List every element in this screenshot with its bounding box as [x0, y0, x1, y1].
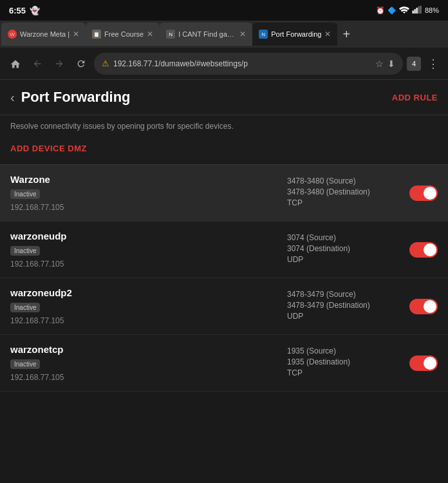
toggle-slider	[409, 242, 438, 258]
warzone-tab-icon: W	[8, 30, 17, 39]
wifi-icon	[399, 6, 409, 15]
snapchat-icon: 👻	[30, 6, 40, 15]
rule-ports: 3074 (Source) 3074 (Destination) UDP	[287, 233, 403, 266]
rule-list: Warzone Inactive 192.168.77.105 3478-348…	[0, 165, 448, 392]
svg-rect-4	[420, 6, 421, 14]
home-button[interactable]	[6, 55, 24, 73]
protocol: TCP	[287, 198, 403, 207]
warning-icon: ⚠	[102, 59, 109, 68]
rule-ip: 192.168.77.105	[10, 373, 281, 382]
alarm-icon: ⏰	[376, 6, 385, 15]
dmz-section: ADD DEVICE DMZ	[0, 140, 448, 164]
status-time: 6:55	[9, 6, 26, 15]
rule-toggle[interactable]	[409, 185, 438, 201]
protocol: UDP	[287, 312, 403, 321]
source-ports: 3478-3480 (Source)	[287, 176, 403, 185]
status-left: 6:55 👻	[9, 6, 40, 15]
rule-item[interactable]: warzonetcp Inactive 192.168.77.105 1935 …	[0, 335, 448, 392]
tab-label: Warzone Meta |	[20, 30, 70, 38]
protocol: UDP	[287, 255, 403, 264]
status-bar: 6:55 👻 ⏰ 🔷 88%	[0, 0, 448, 21]
toggle-slider	[409, 355, 438, 371]
rule-badge: Inactive	[10, 303, 40, 312]
rule-ip: 192.168.77.105	[10, 203, 281, 212]
tab-label: Free Course	[104, 30, 144, 38]
rule-ports: 3478-3479 (Source) 3478-3479 (Destinatio…	[287, 290, 403, 323]
forward-button[interactable]	[50, 55, 68, 73]
page-subtitle: Resolve connectivity issues by opening p…	[0, 115, 448, 140]
rule-ip: 192.168.77.105	[10, 316, 281, 325]
dest-ports: 3478-3480 (Destination)	[287, 187, 403, 196]
page-title: Port Forwarding	[21, 89, 131, 106]
source-ports: 1935 (Source)	[287, 346, 403, 355]
rule-toggle[interactable]	[409, 242, 438, 258]
svg-rect-3	[418, 6, 419, 14]
url-text: 192.168.77.1/dumaweb/#websettings/p	[113, 59, 371, 68]
back-arrow-icon[interactable]: ‹	[10, 90, 15, 105]
rule-toggle[interactable]	[409, 299, 438, 314]
tab-close-icon[interactable]: ✕	[147, 30, 153, 39]
url-bar[interactable]: ⚠ 192.168.77.1/dumaweb/#websettings/p ☆ …	[94, 53, 403, 75]
source-ports: 3074 (Source)	[287, 233, 403, 242]
dest-ports: 1935 (Destination)	[287, 357, 403, 366]
subtitle-text: Resolve connectivity issues by opening p…	[10, 122, 234, 131]
rule-item[interactable]: Warzone Inactive 192.168.77.105 3478-348…	[0, 165, 448, 222]
reload-button[interactable]	[72, 55, 90, 73]
rule-name: Warzone	[10, 174, 281, 185]
tab-label: Port Forwarding	[271, 30, 321, 38]
rule-info: Warzone Inactive 192.168.77.105	[10, 174, 281, 212]
tab-warzone-meta[interactable]: W Warzone Meta | ✕	[1, 23, 86, 46]
rule-info: warzonetcp Inactive 192.168.77.105	[10, 344, 281, 382]
bluetooth-icon: 🔷	[387, 6, 397, 15]
back-button[interactable]	[28, 55, 46, 73]
rule-ports: 3478-3480 (Source) 3478-3480 (Destinatio…	[287, 176, 403, 209]
source-ports: 3478-3479 (Source)	[287, 290, 403, 299]
rule-name: warzoneudp2	[10, 287, 281, 298]
rule-info: warzoneudp Inactive 192.168.77.105	[10, 231, 281, 269]
address-bar: ⚠ 192.168.77.1/dumaweb/#websettings/p ☆ …	[0, 48, 448, 80]
rule-item[interactable]: warzoneudp2 Inactive 192.168.77.105 3478…	[0, 278, 448, 335]
rule-toggle[interactable]	[409, 355, 438, 371]
rule-item[interactable]: warzoneudp Inactive 192.168.77.105 3074 …	[0, 222, 448, 278]
tabs-count-button[interactable]: 4	[407, 57, 421, 71]
download-icon[interactable]: ⬇	[387, 59, 395, 69]
dest-ports: 3074 (Destination)	[287, 244, 403, 253]
tab-bar: W Warzone Meta | ✕ 📋 Free Course ✕ N I C…	[0, 21, 448, 48]
rule-info: warzoneudp2 Inactive 192.168.77.105	[10, 287, 281, 325]
rule-name: warzoneudp	[10, 231, 281, 242]
svg-rect-1	[414, 9, 415, 14]
new-tab-button[interactable]: +	[337, 24, 355, 44]
toggle-slider	[409, 185, 438, 201]
tab-cant-find[interactable]: N I CANT Find gam... ✕	[160, 23, 252, 46]
signal-icon	[412, 6, 422, 15]
port-forwarding-tab-icon: N	[259, 30, 268, 39]
status-right: ⏰ 🔷 88%	[376, 6, 439, 15]
tab-port-forwarding[interactable]: N Port Forwarding ✕	[252, 23, 337, 46]
svg-rect-2	[416, 8, 417, 14]
rule-badge: Inactive	[10, 359, 40, 369]
tab-close-icon[interactable]: ✕	[239, 30, 246, 39]
cant-find-tab-icon: N	[166, 30, 175, 39]
rule-name: warzonetcp	[10, 344, 281, 355]
tab-close-icon[interactable]: ✕	[324, 30, 331, 39]
page-header-left: ‹ Port Forwarding	[10, 89, 131, 106]
tab-free-course[interactable]: 📋 Free Course ✕	[86, 23, 160, 46]
tab-close-icon[interactable]: ✕	[73, 30, 79, 39]
browser-menu-button[interactable]: ⋮	[425, 54, 442, 73]
rule-badge: Inactive	[10, 189, 40, 199]
tab-label: I CANT Find gam...	[178, 30, 236, 38]
bookmark-icon[interactable]: ☆	[375, 59, 384, 69]
toggle-slider	[409, 299, 438, 314]
svg-rect-0	[412, 11, 413, 14]
dest-ports: 3478-3479 (Destination)	[287, 301, 403, 310]
add-rule-button[interactable]: ADD RULE	[392, 93, 438, 102]
page-header: ‹ Port Forwarding ADD RULE	[0, 80, 448, 115]
protocol: TCP	[287, 368, 403, 377]
free-course-tab-icon: 📋	[92, 30, 101, 39]
rule-badge: Inactive	[10, 246, 40, 256]
add-dmz-button[interactable]: ADD DEVICE DMZ	[10, 144, 87, 153]
rule-ports: 1935 (Source) 1935 (Destination) TCP	[287, 346, 403, 379]
rule-ip: 192.168.77.105	[10, 260, 281, 269]
battery-level: 88%	[425, 6, 439, 14]
